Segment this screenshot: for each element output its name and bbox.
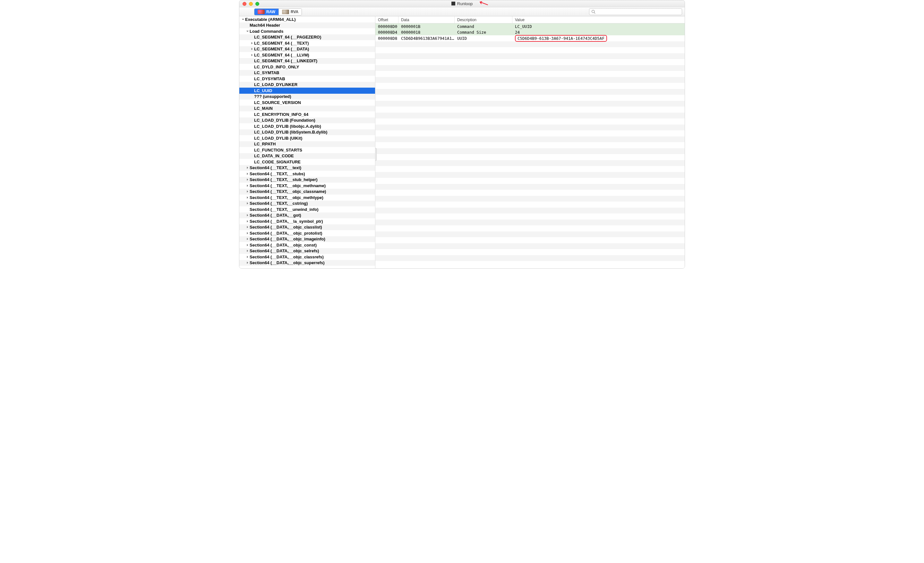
- tree-row[interactable]: Section64 (__TEXT,__objc_classname): [239, 189, 375, 195]
- disclosure-triangle-icon[interactable]: [246, 196, 249, 199]
- tree-row[interactable]: Section64 (__TEXT,__stub_helper): [239, 177, 375, 183]
- tree-row-label: Section64 (__DATA,__objc_const): [250, 243, 316, 248]
- tree-row[interactable]: LC_ENCRYPTION_INFO_64: [239, 111, 375, 117]
- tree-row[interactable]: LC_SEGMENT_64 (__PAGEZERO): [239, 35, 375, 41]
- tree-row[interactable]: LC_RPATH: [239, 141, 375, 147]
- svg-point-0: [592, 10, 594, 13]
- disclosure-triangle-icon[interactable]: [246, 232, 249, 235]
- table-row: [375, 255, 685, 261]
- minimize-icon[interactable]: [249, 2, 253, 6]
- disclosure-triangle-icon[interactable]: [246, 166, 249, 169]
- disclosure-triangle-icon[interactable]: [246, 255, 249, 258]
- tree-row[interactable]: Section64 (__DATA,__got): [239, 213, 375, 219]
- disclosure-triangle-icon[interactable]: [246, 237, 249, 240]
- tree-row[interactable]: Section64 (__DATA,__objc_protolist): [239, 230, 375, 236]
- col-header-offset[interactable]: Offset: [375, 17, 399, 23]
- tree-row[interactable]: LC_DYSYMTAB: [239, 76, 375, 82]
- col-header-data[interactable]: Data: [399, 17, 454, 23]
- tree-row[interactable]: LC_FUNCTION_STARTS: [239, 147, 375, 153]
- tree-row[interactable]: Section64 (__DATA,__objc_classrefs): [239, 254, 375, 260]
- tree-row-label: LC_SEGMENT_64 (__TEXT): [254, 41, 309, 46]
- table-row[interactable]: 000008D00000001BCommandLC_UUID: [375, 23, 685, 30]
- tree-row[interactable]: LC_DYLD_INFO_ONLY: [239, 64, 375, 70]
- tree-row-label: Executable (ARM64_ALL): [245, 17, 296, 22]
- table-row: [375, 219, 685, 226]
- main-panel: Offset Data Description Value 000008D000…: [375, 17, 685, 268]
- close-icon[interactable]: [243, 2, 246, 6]
- disclosure-triangle-icon[interactable]: [246, 226, 249, 228]
- disclosure-triangle-icon[interactable]: [246, 30, 249, 33]
- table-row: [375, 101, 685, 107]
- disclosure-triangle-icon[interactable]: [246, 249, 249, 252]
- tree-row[interactable]: LC_LOAD_DYLIB (UIKit): [239, 135, 375, 141]
- tree-row[interactable]: Section64 (__DATA,__objc_imageinfo): [239, 236, 375, 242]
- tree-row[interactable]: LC_MAIN: [239, 106, 375, 112]
- disclosure-triangle-icon[interactable]: [250, 54, 254, 57]
- col-header-value[interactable]: Value: [512, 17, 685, 23]
- disclosure-triangle-icon[interactable]: [246, 244, 249, 246]
- tree-row[interactable]: ??? (unsupported): [239, 94, 375, 100]
- disclosure-triangle-icon[interactable]: [250, 42, 254, 45]
- tree-row[interactable]: LC_DATA_IN_CODE: [239, 153, 375, 159]
- tree-row[interactable]: Section64 (__DATA,__objc_superrefs): [239, 260, 375, 266]
- disclosure-triangle-icon[interactable]: [246, 178, 249, 181]
- tree-row[interactable]: LC_SYMTAB: [239, 70, 375, 76]
- disclosure-triangle-icon[interactable]: [250, 48, 254, 50]
- tree-row[interactable]: LC_LOAD_DYLINKER: [239, 82, 375, 88]
- tree-row[interactable]: Section64 (__TEXT,__text): [239, 165, 375, 171]
- tree-row[interactable]: LC_SEGMENT_64 (__TEXT): [239, 40, 375, 46]
- table-row: [375, 59, 685, 65]
- sidebar[interactable]: Executable (ARM64_ALL)Mach64 HeaderLoad …: [239, 17, 375, 268]
- table-row[interactable]: 000008D8C5D6D4B9613B3A67941A1E4…UUIDC5D6…: [375, 35, 685, 41]
- tree-row[interactable]: Section64 (__TEXT,__objc_methname): [239, 183, 375, 189]
- table-row[interactable]: 000008D400000018Command Size24: [375, 30, 685, 36]
- disclosure-triangle-icon[interactable]: [246, 184, 249, 187]
- tree-row[interactable]: Section64 (__TEXT,__unwind_info): [239, 206, 375, 213]
- tree-row[interactable]: LC_CODE_SIGNATURE: [239, 159, 375, 165]
- col-header-description[interactable]: Description: [454, 17, 512, 23]
- zoom-icon[interactable]: [255, 2, 259, 6]
- tree-row[interactable]: Mach64 Header: [239, 23, 375, 29]
- disclosure-triangle-icon[interactable]: [246, 190, 249, 193]
- tree-row[interactable]: Section64 (__DATA,__objc_const): [239, 242, 375, 248]
- tree-row[interactable]: Section64 (__TEXT,__objc_methtype): [239, 195, 375, 201]
- disclosure-triangle-icon[interactable]: [241, 18, 244, 21]
- disclosure-triangle-icon[interactable]: [246, 261, 249, 264]
- tree-row[interactable]: LC_LOAD_DYLIB (libSystem.B.dylib): [239, 129, 375, 135]
- tree-row[interactable]: Executable (ARM64_ALL): [239, 17, 375, 23]
- disclosure-triangle-icon[interactable]: [246, 214, 249, 217]
- tree-row-label: LC_SEGMENT_64 (__DATA): [254, 47, 309, 51]
- tree-row-label: LC_LOAD_DYLIB (UIKit): [254, 136, 302, 141]
- tree-row-label: LC_SYMTAB: [254, 70, 279, 75]
- search-field[interactable]: [589, 8, 682, 15]
- tree-row-label: Section64 (__DATA,__la_symbol_ptr): [250, 219, 323, 224]
- table-row: [375, 208, 685, 214]
- tree-row[interactable]: LC_SEGMENT_64 (__LLVM): [239, 52, 375, 58]
- tree-row[interactable]: Section64 (__DATA,__objc_selrefs): [239, 248, 375, 254]
- tree-row[interactable]: Section64 (__DATA,__la_symbol_ptr): [239, 218, 375, 224]
- tree-row[interactable]: LC_LOAD_DYLIB (libobjc.A.dylib): [239, 123, 375, 129]
- tree-row[interactable]: LC_SEGMENT_64 (__LINKEDIT): [239, 58, 375, 64]
- tree-row[interactable]: LC_SOURCE_VERSION: [239, 99, 375, 106]
- raw-button[interactable]: RAW: [254, 9, 279, 15]
- disclosure-triangle-icon[interactable]: [246, 202, 249, 205]
- table-row: [375, 95, 685, 101]
- tree-row[interactable]: Section64 (__DATA,__objc_classlist): [239, 224, 375, 230]
- disclosure-triangle-icon[interactable]: [246, 173, 249, 175]
- tree-row-label: LC_ENCRYPTION_INFO_64: [254, 112, 308, 117]
- rva-thumb-icon: [282, 10, 289, 14]
- app-window: Runloop RAW RVA Executable (ARM64_ALL)Ma…: [239, 0, 685, 269]
- tree-row[interactable]: LC_SEGMENT_64 (__DATA): [239, 46, 375, 52]
- splitter-handle[interactable]: [375, 148, 376, 161]
- tree-row[interactable]: LC_UUID: [239, 88, 375, 94]
- tree-row-label: LC_LOAD_DYLIB (Foundation): [254, 118, 315, 123]
- tree-row[interactable]: Load Commands: [239, 28, 375, 35]
- tree-row[interactable]: Section64 (__TEXT,__stubs): [239, 171, 375, 177]
- tree-row[interactable]: LC_LOAD_DYLIB (Foundation): [239, 117, 375, 123]
- search-input[interactable]: [597, 10, 680, 14]
- tree-row-label: LC_RPATH: [254, 141, 276, 146]
- tree-row[interactable]: Section64 (__TEXT,__cstring): [239, 201, 375, 207]
- rva-button[interactable]: RVA: [279, 9, 302, 15]
- tree-row-label: LC_DYLD_INFO_ONLY: [254, 65, 299, 69]
- disclosure-triangle-icon[interactable]: [246, 220, 249, 223]
